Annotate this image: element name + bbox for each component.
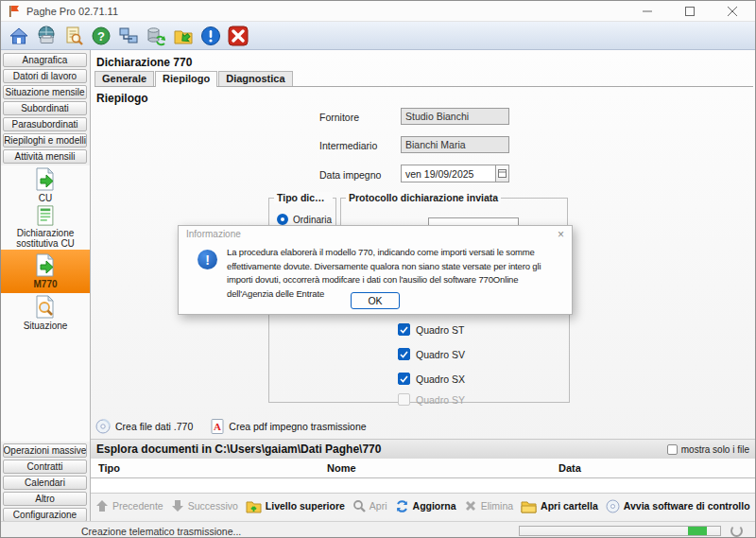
crea-file-dati-link[interactable]: Crea file dati .770	[95, 419, 193, 434]
tool-cu[interactable]: CU	[1, 167, 90, 203]
quadro-st-row: Quadro ST	[398, 323, 464, 336]
progress-bar	[519, 526, 721, 536]
sidebar: Anagrafica Datori di lavoro Situazione m…	[1, 50, 91, 521]
section-title: Riepilogo	[96, 92, 148, 105]
quadro-sv-checkbox[interactable]	[398, 348, 410, 360]
app-window: Paghe Pro 02.71.11 ?	[0, 0, 756, 538]
aggiorna-button[interactable]: Aggiorna	[395, 499, 456, 513]
data-impegno-label: Data impegno	[319, 169, 381, 181]
sidebar-item-calendari[interactable]: Calendari	[3, 476, 87, 490]
sidebar-item-parasubordinati[interactable]: Parasubordinati	[3, 117, 87, 131]
disc-icon	[95, 419, 111, 434]
folder-icon	[521, 499, 537, 513]
sidebar-item-attivita-mensili[interactable]: Attività mensili	[3, 149, 87, 164]
sidebar-item-anagrafica[interactable]: Anagrafica	[3, 53, 87, 67]
tool-dichiarazione-sostitutiva-cu[interactable]: Dichiarazione sostitutiva CU	[1, 205, 90, 249]
date-picker-button[interactable]	[496, 165, 509, 182]
quadro-st-checkbox[interactable]	[398, 323, 410, 336]
tool-label: CU	[39, 193, 52, 203]
sidebar-item-operazioni-massive[interactable]: Operazioni massive	[3, 443, 87, 458]
sidebar-item-altro[interactable]: Altro	[3, 492, 87, 506]
folder-up-icon	[246, 499, 262, 513]
document-magnifier-icon	[34, 295, 57, 319]
info-exclamation-icon: !	[198, 250, 217, 269]
home-icon[interactable]	[8, 25, 29, 46]
dialog-ok-button[interactable]: OK	[351, 292, 400, 309]
tab-bar: Generale Riepilogo Diagnostica	[94, 72, 753, 87]
quadro-sx-row: Quadro SX	[398, 373, 465, 385]
document-search-icon[interactable]	[62, 25, 84, 46]
app-toolbar: ?	[1, 22, 755, 50]
successivo-button: Successivo	[171, 499, 238, 512]
window-title: Paghe Pro 02.71.11	[26, 6, 118, 17]
page-title: Dichiarazione 770	[96, 56, 192, 69]
folder-export-icon[interactable]	[172, 25, 194, 46]
column-nome[interactable]: Nome	[327, 462, 356, 474]
informazione-dialog: Informazione × ! La procedura elaborerà …	[178, 225, 573, 315]
info-icon[interactable]	[199, 25, 221, 46]
precedente-button: Precedente	[95, 499, 163, 512]
ordinaria-radio-label: Ordinaria	[293, 215, 332, 225]
elimina-button: Elimina	[464, 499, 513, 512]
table-header: Tipo Nome Data	[91, 459, 756, 478]
crea-pdf-label: Crea pdf impegno trasmissione	[229, 421, 366, 432]
svg-text:A: A	[214, 421, 221, 432]
pdf-icon: A	[211, 419, 224, 434]
sidebar-item-contratti[interactable]: Contratti	[3, 460, 87, 474]
exit-icon[interactable]	[227, 25, 249, 46]
print-globe-icon[interactable]	[35, 25, 57, 46]
avvia-software-controllo-button[interactable]: Avvia software di controllo	[606, 499, 750, 513]
magnifier-icon	[352, 499, 366, 512]
disc-icon	[606, 499, 620, 513]
tool-m770[interactable]: M770	[1, 250, 90, 293]
mostra-solo-file-checkbox[interactable]	[667, 444, 678, 455]
maximize-button[interactable]	[668, 1, 711, 22]
arrow-down-icon	[171, 499, 184, 512]
calendar-icon	[498, 169, 507, 178]
ordinaria-radio[interactable]	[277, 214, 288, 225]
quadro-sy-checkbox	[398, 393, 410, 406]
actions-row: Crea file dati .770 A Crea pdf impegno t…	[95, 417, 380, 436]
data-impegno-field[interactable]: ven 19/09/2025	[401, 165, 496, 182]
database-sync-icon[interactable]	[145, 25, 166, 46]
quadro-sx-checkbox[interactable]	[398, 373, 410, 385]
dialog-titlebar: Informazione ×	[179, 226, 572, 242]
livello-superiore-button[interactable]: Livello superiore	[246, 499, 345, 513]
protocollo-groupbox-label: Protocollo dichiarazione inviata	[346, 192, 501, 203]
column-data[interactable]: Data	[558, 462, 581, 474]
document-lines-icon	[34, 205, 57, 226]
network-icon[interactable]	[117, 25, 139, 46]
tab-riepilogo[interactable]: Riepilogo	[155, 71, 217, 87]
sidebar-item-subordinati[interactable]: Subordinati	[3, 101, 87, 115]
crea-pdf-link[interactable]: A Crea pdf impegno trasmissione	[211, 419, 366, 434]
sidebar-item-datori-di-lavoro[interactable]: Datori di lavoro	[3, 69, 87, 83]
app-flag-icon	[9, 5, 20, 18]
dialog-close-icon[interactable]: ×	[558, 229, 564, 240]
tab-diagnostica[interactable]: Diagnostica	[218, 71, 292, 86]
tab-generale[interactable]: Generale	[94, 71, 154, 86]
crea-file-dati-label: Crea file dati .770	[115, 421, 193, 432]
quadro-sv-row: Quadro SV	[398, 348, 465, 360]
close-button[interactable]	[711, 1, 753, 22]
sidebar-item-situazione-mensile[interactable]: Situazione mensile	[3, 85, 87, 99]
document-arrow-icon	[34, 253, 57, 277]
filter-row: mostra solo i file	[667, 444, 749, 455]
fornitore-field: Studio Bianchi	[401, 108, 509, 125]
sidebar-item-configurazione[interactable]: Configurazione	[3, 508, 87, 522]
quadro-sv-label: Quadro SV	[416, 349, 465, 360]
apri-cartella-button[interactable]: Apri cartella	[521, 499, 598, 513]
minimize-button[interactable]	[626, 1, 668, 22]
fornitore-label: Fornitore	[319, 112, 359, 123]
help-globe-icon[interactable]: ?	[90, 25, 112, 46]
explorer-header: Esplora documenti in C:\Users\gaiam\Dati…	[91, 439, 756, 459]
arrow-up-icon	[95, 499, 109, 512]
quadro-st-label: Quadro ST	[416, 324, 464, 336]
apri-button: Apri	[352, 499, 387, 512]
file-list-empty	[91, 478, 756, 493]
tool-situazione[interactable]: Situazione	[1, 295, 90, 331]
dialog-title: Informazione	[186, 229, 241, 239]
status-text: Creazione telematico trasmissione...	[81, 526, 241, 537]
sidebar-item-riepiloghi-e-modelli[interactable]: Riepiloghi e modelli	[3, 133, 87, 148]
quadro-sy-row: Quadro SY	[398, 393, 465, 406]
column-tipo[interactable]: Tipo	[98, 462, 120, 474]
